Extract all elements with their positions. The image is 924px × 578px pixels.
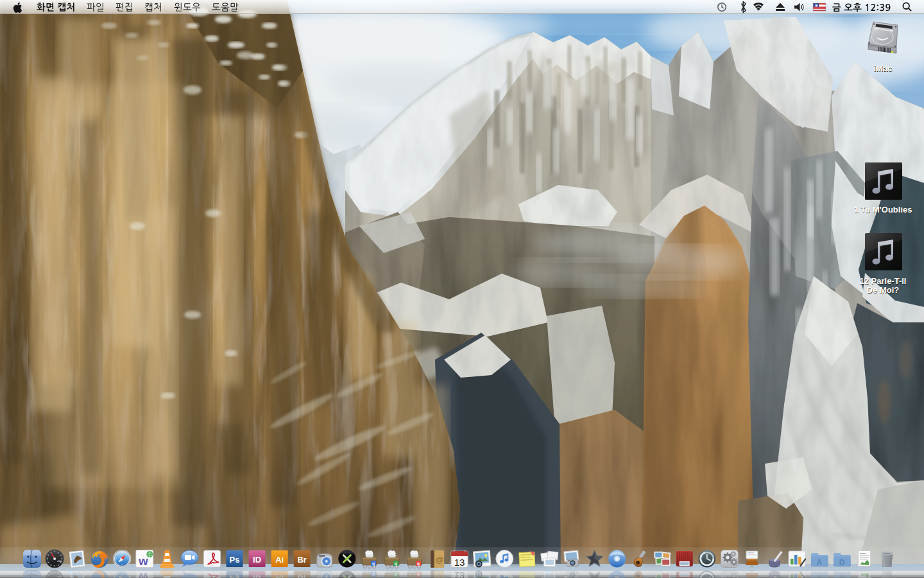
svg-text:Ai: Ai (275, 555, 284, 565)
svg-text:Br: Br (297, 574, 306, 578)
svg-text:D: D (839, 558, 845, 567)
svg-text:q: q (395, 572, 397, 577)
svg-text:12 Parle-T-Il: 12 Parle-T-Il (860, 276, 907, 286)
svg-text:w: w (138, 570, 148, 578)
svg-text:1 Tu M'Oublies: 1 Tu M'Oublies (854, 205, 912, 215)
svg-text:q: q (372, 572, 375, 577)
svg-text:q: q (395, 561, 397, 566)
svg-text:q: q (417, 572, 420, 577)
svg-text:@: @ (435, 555, 443, 565)
svg-text:q: q (417, 561, 420, 566)
svg-text:ID: ID (253, 574, 261, 578)
svg-text:13: 13 (454, 570, 465, 578)
svg-text:Ps: Ps (230, 555, 240, 565)
svg-text:D: D (839, 571, 845, 578)
svg-text:13: 13 (454, 557, 465, 568)
svg-text:w: w (138, 554, 148, 568)
svg-text:iMac: iMac (874, 64, 893, 73)
svg-text:A: A (817, 571, 823, 578)
svg-text:A: A (817, 558, 823, 567)
svg-text:Ps: Ps (230, 574, 240, 578)
svg-text:De Moi?: De Moi? (867, 285, 900, 295)
svg-text:ID: ID (253, 555, 261, 565)
svg-text:@: @ (435, 574, 443, 578)
svg-text:q: q (372, 561, 375, 566)
svg-text:Ai: Ai (275, 574, 284, 578)
svg-text:Br: Br (297, 555, 306, 565)
